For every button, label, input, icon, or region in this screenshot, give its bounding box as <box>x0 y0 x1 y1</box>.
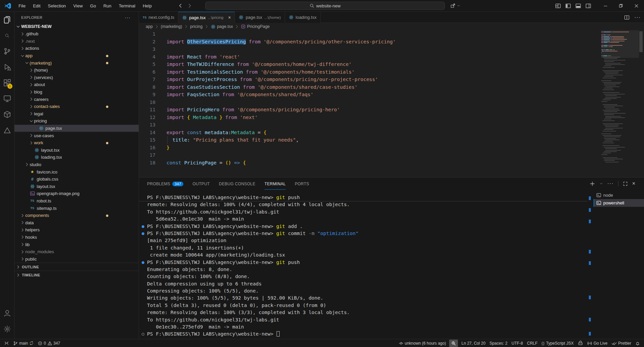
activity-triangle[interactable] <box>0 122 14 138</box>
tree-item-node_modules[interactable]: node_modules <box>14 248 139 256</box>
panel-tab-terminal[interactable]: TERMINAL <box>264 178 286 190</box>
section-outline[interactable]: OUTLINE <box>14 263 139 271</box>
activity-explorer[interactable] <box>0 12 14 28</box>
close-icon[interactable]: × <box>228 15 231 20</box>
tab-page.tsx[interactable]: page.tsx...\pricing× <box>178 12 235 23</box>
tree-item-robot.ts[interactable]: TSrobot.ts <box>14 197 139 205</box>
close-button[interactable] <box>629 0 644 11</box>
status-encoding[interactable]: UTF-8 <box>509 340 525 347</box>
customize-layout-icon[interactable] <box>555 3 561 9</box>
status-prettier[interactable]: Prettier <box>609 340 633 347</box>
split-editor-icon[interactable] <box>624 15 630 20</box>
activity-remote-explorer[interactable] <box>0 91 14 107</box>
tree-item-layout.tsx[interactable]: layout.tsx <box>14 183 139 190</box>
menu-edit[interactable]: Edit <box>29 0 44 11</box>
editor-more-icon[interactable]: ··· <box>634 14 641 21</box>
breadcrumb-pricing[interactable]: pricing <box>190 24 203 29</box>
tree-item-(services)[interactable]: (services) <box>14 74 139 81</box>
command-center[interactable]: website-new <box>205 2 445 10</box>
section-timeline[interactable]: TIMELINE <box>14 271 139 279</box>
tree-item-page.tsx[interactable]: page.tsx <box>14 125 139 132</box>
tree-item-lib[interactable]: lib <box>14 241 139 248</box>
panel-tab-debug-console[interactable]: DEBUG CONSOLE <box>219 178 256 190</box>
activity-run-debug[interactable] <box>0 59 14 75</box>
tree-item-contact-sales[interactable]: contact-sales <box>14 103 139 110</box>
command-decoration[interactable] <box>142 232 144 235</box>
close-panel-icon[interactable]: × <box>632 181 635 187</box>
tree-item-favicon.ico[interactable]: ★favicon.ico <box>14 168 139 176</box>
open-remote-window-icon[interactable] <box>450 3 456 8</box>
tab-next.config.ts[interactable]: TSnext.config.ts <box>139 12 178 23</box>
breadcrumb-PricingPage[interactable]: PricingPage <box>241 24 270 29</box>
breadcrumb-(marketing)[interactable]: (marketing) <box>161 24 182 29</box>
remote-dropdown-icon[interactable] <box>457 4 460 7</box>
status-language-mode[interactable]: {}TypeScript JSX <box>540 340 576 347</box>
panel-tab-output[interactable]: OUTPUT <box>192 178 210 190</box>
tree-item-about[interactable]: about <box>14 81 139 88</box>
toggle-primary-sidebar-icon[interactable] <box>565 3 571 9</box>
terminal-instance-powershell[interactable]: powershell <box>594 199 644 207</box>
panel-more-icon[interactable]: ··· <box>607 181 614 187</box>
command-decoration[interactable] <box>142 261 144 264</box>
status-remote[interactable] <box>2 340 11 347</box>
maximize-panel-icon[interactable] <box>623 181 628 186</box>
command-decoration[interactable] <box>142 333 144 336</box>
tree-item-pricing[interactable]: pricing <box>14 117 139 125</box>
activity-package[interactable] <box>0 107 14 122</box>
menu-terminal[interactable]: Terminal <box>115 0 139 11</box>
tree-item-public[interactable]: public <box>14 255 139 263</box>
activity-settings[interactable] <box>0 321 14 337</box>
tree-item-.next[interactable]: .next <box>14 38 139 45</box>
tree-item-(home)[interactable]: (home) <box>14 67 139 74</box>
status-problems[interactable]: 0347 <box>36 340 62 347</box>
tab-page.tsx[interactable]: page.tsx...\(home) <box>235 12 285 23</box>
panel-tab-problems[interactable]: PROBLEMS347 <box>147 178 183 190</box>
status-screencast-zoom[interactable] <box>449 340 458 347</box>
tree-item-app[interactable]: app <box>14 52 139 60</box>
minimap[interactable] <box>601 30 639 163</box>
tree-item-opengraph-image.png[interactable]: opengraph-image.png <box>14 190 139 197</box>
terminal-instance-node[interactable]: node <box>594 191 644 199</box>
tree-item-loading.tsx[interactable]: loading.tsx <box>14 154 139 161</box>
tree-item-studio[interactable]: studio <box>14 161 139 168</box>
tree-item-hooks[interactable]: hooks <box>14 234 139 241</box>
tree-item-globals.css[interactable]: #globals.css <box>14 176 139 183</box>
tree-item-legal[interactable]: legal <box>14 110 139 118</box>
tree-item-data[interactable]: data <box>14 219 139 226</box>
status-copilot[interactable] <box>576 340 585 347</box>
menu-go[interactable]: Go <box>86 0 100 11</box>
activity-source-control[interactable] <box>0 43 14 59</box>
toggle-secondary-sidebar-icon[interactable] <box>585 3 591 9</box>
activity-extensions[interactable]: ! <box>0 75 14 91</box>
command-decoration[interactable] <box>142 225 144 228</box>
tree-item-work[interactable]: work <box>14 139 139 147</box>
restore-button[interactable] <box>613 0 629 11</box>
explorer-more-actions-icon[interactable]: ··· <box>125 15 131 20</box>
toggle-panel-icon[interactable] <box>575 3 581 9</box>
status-branch[interactable]: main <box>11 340 36 347</box>
status-go-live[interactable]: Go Live <box>585 340 609 347</box>
status-indentation[interactable]: Spaces: 2 <box>488 340 509 347</box>
status-cursor-position[interactable]: Ln 27, Col 20 <box>459 340 487 347</box>
status-eol[interactable]: CRLF <box>525 340 539 347</box>
tree-item-blog[interactable]: blog <box>14 88 139 96</box>
breadcrumb-page.tsx[interactable]: page.tsx <box>211 24 233 29</box>
tree-item-sitemap.ts[interactable]: TSsitemap.ts <box>14 204 139 212</box>
tree-item-actions[interactable]: actions <box>14 45 139 52</box>
minimize-button[interactable] <box>598 0 613 11</box>
tab-loading.tsx[interactable]: loading.tsx <box>285 12 321 23</box>
tree-item-use-cases[interactable]: use-cases <box>14 132 139 139</box>
tree-item-.github[interactable]: .github <box>14 30 139 38</box>
tree-item-(marketing)[interactable]: (marketing) <box>14 59 139 67</box>
forward-icon[interactable] <box>187 3 192 8</box>
tree-item-layout.tsx[interactable]: layout.tsx <box>14 147 139 154</box>
terminal-profile-dropdown-icon[interactable] <box>600 182 603 185</box>
back-icon[interactable] <box>178 3 183 8</box>
tree-item-helpers[interactable]: helpers <box>14 226 139 234</box>
terminal-output[interactable]: PS F:\BUSINESS\TWJ LABS\agency\website-n… <box>147 194 359 338</box>
workspace-header[interactable]: WEBSITE-NEW <box>14 23 139 30</box>
tree-item-careers[interactable]: careers <box>14 95 139 103</box>
activity-search[interactable] <box>0 28 14 43</box>
new-terminal-icon[interactable] <box>589 181 595 187</box>
panel-tab-ports[interactable]: PORTS <box>295 178 309 190</box>
